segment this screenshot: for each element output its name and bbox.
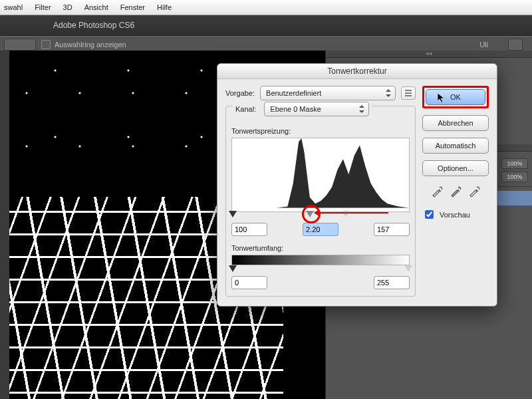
eyedropper-group (422, 186, 489, 198)
channel-group: Kanal: Ebene 0 Maske Tonwertspreizung: (225, 106, 416, 297)
menu-item[interactable]: 3D (63, 3, 72, 11)
gray-eyedropper-icon[interactable] (450, 186, 462, 198)
output-black-input[interactable] (231, 276, 267, 289)
mac-menubar[interactable]: swahl Filter 3D Ansicht Fenster Hilfe (0, 0, 532, 15)
output-white-input[interactable] (374, 276, 410, 289)
channel-dropdown[interactable]: Ebene 0 Maske (264, 102, 369, 116)
input-sliders[interactable] (231, 211, 410, 219)
menu-item[interactable]: Fenster (120, 3, 145, 11)
shadow-input[interactable] (231, 223, 267, 236)
levels-dialog: Tonwertkorrektur Vorgabe: Benutzerdefini… (217, 63, 497, 307)
output-levels-label: Tonwertumfang: (231, 244, 410, 252)
menu-item[interactable]: Ansicht (84, 3, 108, 11)
auto-button[interactable]: Automatisch (422, 138, 489, 154)
output-white-slider[interactable] (404, 265, 412, 272)
menu-item[interactable]: Filter (35, 3, 51, 11)
gamma-input[interactable] (303, 223, 338, 236)
dialog-title: Tonwertkorrektur (217, 64, 497, 79)
app-title: Adobe Photoshop CS6 (53, 21, 134, 30)
tab-gutter (0, 51, 9, 399)
highlight-input[interactable] (374, 223, 410, 236)
opacity-value[interactable]: 100% (501, 158, 528, 169)
shadow-slider[interactable] (229, 211, 237, 217)
cancel-button[interactable]: Abbrechen (422, 115, 489, 131)
histogram-chart (232, 138, 409, 208)
workspace-label[interactable]: Uli (479, 41, 488, 49)
preview-checkbox-row[interactable]: Vorschau (422, 208, 489, 221)
annotation-arrow (319, 212, 388, 213)
input-levels-label: Tonwertspreizung: (231, 127, 410, 135)
preset-dropdown[interactable]: Benutzerdefiniert (260, 86, 396, 100)
app-header: Adobe Photoshop CS6 (0, 15, 532, 36)
histogram[interactable] (231, 138, 410, 212)
preview-checkbox[interactable] (425, 210, 434, 219)
preset-menu-icon[interactable] (401, 86, 416, 100)
black-eyedropper-icon[interactable] (431, 186, 443, 198)
selection-ring-checkbox[interactable] (41, 40, 51, 49)
output-sliders[interactable] (231, 265, 410, 273)
ok-button[interactable]: OK (426, 89, 485, 105)
selection-ring-label: Auswahlring anzeigen (55, 41, 126, 49)
panel-grip[interactable]: ◂◂ (326, 51, 532, 58)
preview-label: Vorschau (440, 211, 470, 219)
white-eyedropper-icon[interactable] (468, 186, 480, 198)
output-black-slider[interactable] (229, 265, 237, 272)
workspace-dropdown[interactable] (508, 39, 523, 51)
tool-preset-dropdown[interactable] (4, 39, 36, 51)
fill-value[interactable]: 100% (501, 172, 528, 182)
preset-label: Vorgabe: (225, 89, 255, 97)
menu-item[interactable]: Hilfe (157, 3, 172, 11)
annotation-ok-highlight: OK (422, 86, 489, 108)
channel-label: Kanal: (235, 105, 256, 113)
output-gradient[interactable] (231, 255, 410, 265)
menu-item[interactable]: swahl (4, 3, 23, 11)
options-button[interactable]: Optionen... (422, 160, 489, 176)
